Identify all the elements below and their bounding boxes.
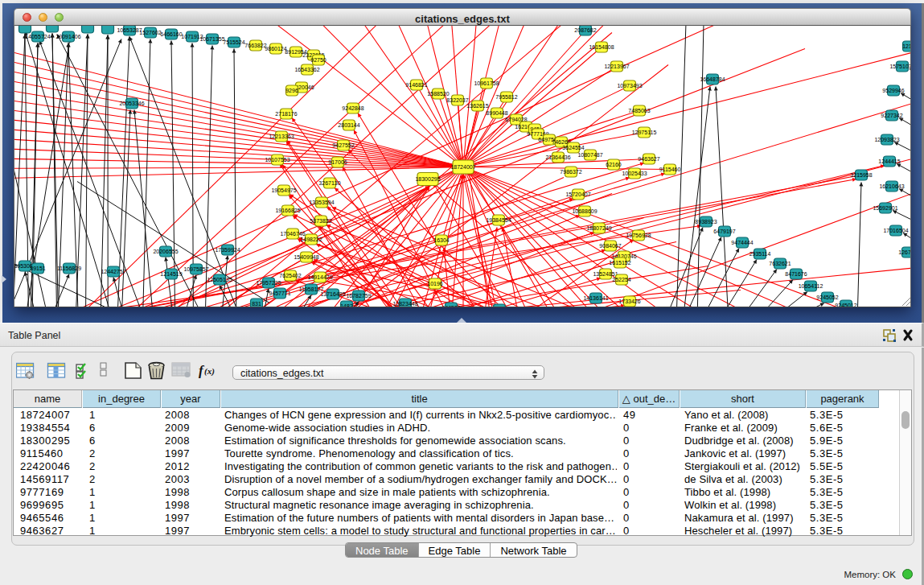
svg-text:16154808: 16154808 bbox=[589, 43, 614, 49]
svg-text:13716485: 13716485 bbox=[320, 290, 345, 296]
svg-text:17046746: 17046746 bbox=[280, 230, 305, 236]
svg-text:14914479: 14914479 bbox=[307, 274, 332, 279]
svg-text:16782759: 16782759 bbox=[346, 292, 371, 298]
svg-text:3624554: 3624554 bbox=[562, 144, 584, 150]
svg-text:12442757: 12442757 bbox=[101, 268, 125, 274]
svg-text:10975857: 10975857 bbox=[183, 266, 208, 271]
svg-text:1362615: 1362615 bbox=[466, 102, 488, 108]
svg-text:12213967: 12213967 bbox=[604, 63, 629, 68]
svg-text:10973493: 10973493 bbox=[617, 82, 642, 88]
svg-text:18724007: 18724007 bbox=[450, 163, 475, 169]
svg-text:15751074: 15751074 bbox=[889, 63, 911, 68]
svg-text:14055724: 14055724 bbox=[25, 33, 50, 39]
svg-text:7955812: 7955812 bbox=[495, 93, 517, 99]
svg-text:17016504: 17016504 bbox=[883, 227, 908, 233]
svg-text:8471676: 8471676 bbox=[785, 270, 807, 276]
svg-text:1588520: 1588520 bbox=[427, 90, 449, 96]
svg-text:1093: 1093 bbox=[493, 306, 506, 307]
svg-text:2935114: 2935114 bbox=[749, 250, 771, 256]
svg-text:9427552: 9427552 bbox=[332, 142, 354, 147]
svg-text:1244415: 1244415 bbox=[878, 158, 900, 163]
svg-text:18300295: 18300295 bbox=[415, 175, 440, 181]
svg-text:15692901: 15692901 bbox=[873, 204, 897, 210]
svg-text:20206555: 20206555 bbox=[153, 248, 178, 253]
svg-text:20053346: 20053346 bbox=[119, 100, 144, 105]
svg-text:8322037: 8322037 bbox=[446, 97, 468, 102]
svg-text:7632621: 7632621 bbox=[769, 260, 791, 266]
svg-text:14136141: 14136141 bbox=[583, 295, 608, 300]
svg-text:19384554: 19384554 bbox=[486, 216, 511, 222]
svg-text:92750: 92750 bbox=[310, 56, 326, 62]
svg-text:17957225: 17957225 bbox=[256, 279, 281, 285]
svg-text:8990448: 8990448 bbox=[486, 109, 507, 115]
svg-text:10807487: 10807487 bbox=[577, 151, 602, 157]
svg-text:2087682: 2087682 bbox=[574, 27, 596, 32]
svg-text:1527602: 1527602 bbox=[139, 29, 161, 35]
svg-text:10654112: 10654112 bbox=[799, 282, 823, 288]
svg-text:9457771: 9457771 bbox=[269, 290, 290, 295]
svg-text:16210643: 16210643 bbox=[879, 183, 904, 188]
svg-text:7625402: 7625402 bbox=[279, 272, 301, 278]
svg-text:3215958: 3215958 bbox=[850, 171, 872, 177]
svg-text:19756928: 19756928 bbox=[626, 232, 651, 237]
svg-text:917006: 917006 bbox=[328, 159, 347, 164]
svg-text:9474444: 9474444 bbox=[731, 239, 753, 245]
svg-text:10196: 10196 bbox=[427, 280, 443, 286]
svg-text:1217: 1217 bbox=[902, 43, 911, 48]
svg-text:11156829: 11156829 bbox=[57, 265, 81, 270]
svg-text:9146821: 9146821 bbox=[405, 81, 427, 87]
svg-text:1214519: 1214519 bbox=[160, 270, 182, 276]
svg-text:12505135: 12505135 bbox=[207, 276, 232, 282]
svg-text:9463627: 9463627 bbox=[638, 155, 659, 161]
svg-text:12093823: 12093823 bbox=[874, 136, 899, 142]
svg-text:126753: 126753 bbox=[898, 249, 911, 254]
svg-text:18807249: 18807249 bbox=[586, 225, 611, 230]
svg-text:10688609: 10688609 bbox=[572, 208, 597, 213]
svg-text:10025433: 10025433 bbox=[622, 170, 647, 175]
svg-text:13353594: 13353594 bbox=[309, 199, 334, 204]
svg-text:3267130: 3267130 bbox=[318, 179, 340, 185]
svg-text:7986372: 7986372 bbox=[560, 168, 581, 174]
svg-text:9860124: 9860124 bbox=[265, 45, 286, 51]
svg-text:12975115: 12975115 bbox=[632, 129, 657, 134]
svg-text:2718176: 2718176 bbox=[275, 110, 297, 116]
svg-text:19054975: 19054975 bbox=[271, 187, 296, 192]
svg-text:9245052: 9245052 bbox=[816, 294, 838, 299]
svg-text:7485063: 7485063 bbox=[628, 107, 650, 113]
svg-text:10653287: 10653287 bbox=[117, 27, 142, 32]
svg-text:16304: 16304 bbox=[433, 237, 450, 242]
svg-text:15409948: 15409948 bbox=[294, 253, 318, 259]
svg-text:7663822: 7663822 bbox=[244, 42, 266, 47]
svg-text:16648784: 16648784 bbox=[700, 76, 725, 81]
svg-text:1498222: 1498222 bbox=[300, 236, 322, 241]
svg-text:831: 831 bbox=[252, 300, 261, 306]
svg-text:9296: 9296 bbox=[285, 87, 298, 93]
svg-text:2803144: 2803144 bbox=[338, 122, 359, 127]
svg-text:1482: 1482 bbox=[340, 303, 353, 307]
svg-text:12213363: 12213363 bbox=[269, 133, 294, 138]
svg-text:12823448: 12823448 bbox=[392, 300, 417, 306]
svg-text:252254: 252254 bbox=[612, 276, 630, 282]
svg-text:944502: 944502 bbox=[441, 304, 460, 307]
svg-text:16543362: 16543362 bbox=[294, 66, 319, 72]
svg-text:9242848: 9242848 bbox=[342, 105, 363, 110]
svg-text:39151: 39151 bbox=[30, 265, 46, 270]
svg-text:62160: 62160 bbox=[606, 161, 622, 167]
svg-text:1733426: 1733426 bbox=[618, 298, 640, 303]
svg-text:6479197: 6479197 bbox=[713, 228, 735, 233]
svg-text:(x): (x) bbox=[204, 366, 215, 377]
svg-text:10671355: 10671355 bbox=[199, 35, 224, 41]
svg-text:9227342: 9227342 bbox=[881, 112, 902, 117]
svg-text:9084067: 9084067 bbox=[599, 242, 621, 248]
svg-text:10961758: 10961758 bbox=[474, 80, 499, 85]
svg-text:10107553: 10107553 bbox=[265, 156, 290, 162]
svg-text:7515524: 7515524 bbox=[223, 39, 244, 44]
svg-text:21364436: 21364436 bbox=[545, 154, 570, 159]
svg-text:17359924: 17359924 bbox=[215, 246, 240, 252]
svg-text:1615152: 1615152 bbox=[609, 259, 630, 265]
svg-text:19166825: 19166825 bbox=[275, 207, 300, 212]
svg-text:20091406: 20091406 bbox=[55, 33, 80, 39]
svg-text:9245012: 9245012 bbox=[835, 302, 856, 307]
svg-text:9115460: 9115460 bbox=[659, 166, 681, 171]
svg-text:15720407: 15720407 bbox=[565, 191, 590, 196]
